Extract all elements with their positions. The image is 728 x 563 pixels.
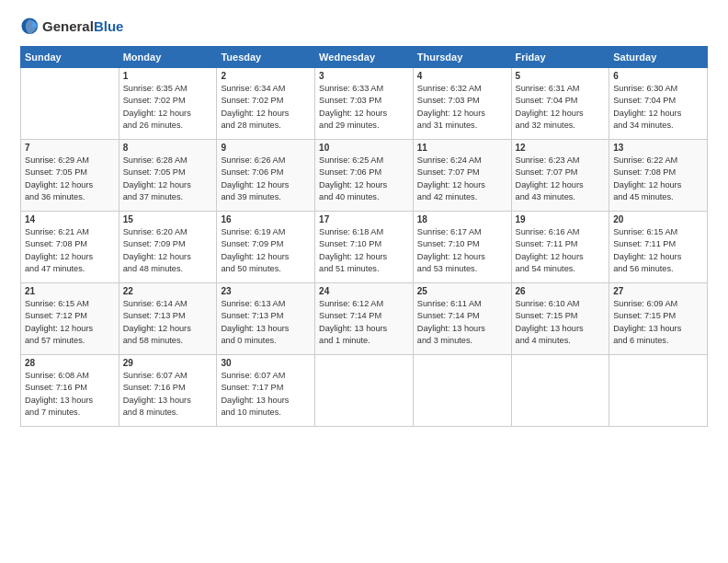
week-row-4: 21Sunrise: 6:15 AMSunset: 7:12 PMDayligh… <box>21 283 708 355</box>
day-cell: 22Sunrise: 6:14 AMSunset: 7:13 PMDayligh… <box>119 283 217 355</box>
day-cell <box>315 355 414 427</box>
day-cell: 15Sunrise: 6:20 AMSunset: 7:09 PMDayligh… <box>119 212 217 283</box>
day-number: 20 <box>613 214 703 224</box>
day-cell: 9Sunrise: 6:26 AMSunset: 7:06 PMDaylight… <box>217 140 315 212</box>
day-info: Sunrise: 6:22 AMSunset: 7:08 PMDaylight:… <box>613 155 703 203</box>
column-headers: SundayMondayTuesdayWednesdayThursdayFrid… <box>21 47 708 68</box>
day-cell: 30Sunrise: 6:07 AMSunset: 7:17 PMDayligh… <box>217 355 315 427</box>
page-header: GeneralBlue <box>20 17 708 37</box>
day-number: 24 <box>319 286 409 296</box>
col-header-monday: Monday <box>119 47 217 68</box>
day-cell: 28Sunrise: 6:08 AMSunset: 7:16 PMDayligh… <box>21 355 119 427</box>
day-number: 21 <box>25 286 115 296</box>
day-number: 17 <box>319 214 409 224</box>
day-number: 11 <box>417 143 507 153</box>
day-info: Sunrise: 6:29 AMSunset: 7:05 PMDaylight:… <box>25 155 115 203</box>
day-number: 14 <box>25 214 115 224</box>
day-number: 4 <box>417 71 507 81</box>
day-info: Sunrise: 6:15 AMSunset: 7:12 PMDaylight:… <box>25 298 115 347</box>
day-number: 9 <box>221 143 311 153</box>
day-cell <box>413 355 511 427</box>
day-info: Sunrise: 6:09 AMSunset: 7:15 PMDaylight:… <box>613 298 703 347</box>
week-row-2: 7Sunrise: 6:29 AMSunset: 7:05 PMDaylight… <box>21 140 708 212</box>
day-number: 27 <box>613 286 703 296</box>
day-number: 7 <box>25 143 115 153</box>
day-info: Sunrise: 6:15 AMSunset: 7:11 PMDaylight:… <box>613 226 703 275</box>
col-header-friday: Friday <box>511 47 609 68</box>
day-number: 29 <box>123 358 213 368</box>
day-cell: 18Sunrise: 6:17 AMSunset: 7:10 PMDayligh… <box>413 212 511 283</box>
day-cell <box>511 355 609 427</box>
day-cell: 14Sunrise: 6:21 AMSunset: 7:08 PMDayligh… <box>21 212 119 283</box>
day-cell: 5Sunrise: 6:31 AMSunset: 7:04 PMDaylight… <box>511 68 609 140</box>
day-info: Sunrise: 6:23 AMSunset: 7:07 PMDaylight:… <box>516 155 606 203</box>
day-info: Sunrise: 6:11 AMSunset: 7:14 PMDaylight:… <box>417 298 507 347</box>
day-cell: 1Sunrise: 6:35 AMSunset: 7:02 PMDaylight… <box>119 68 217 140</box>
day-info: Sunrise: 6:16 AMSunset: 7:11 PMDaylight:… <box>516 226 606 275</box>
day-number: 5 <box>516 71 606 81</box>
day-info: Sunrise: 6:14 AMSunset: 7:13 PMDaylight:… <box>123 298 213 347</box>
day-info: Sunrise: 6:07 AMSunset: 7:17 PMDaylight:… <box>221 370 311 419</box>
day-info: Sunrise: 6:13 AMSunset: 7:13 PMDaylight:… <box>221 298 311 347</box>
day-info: Sunrise: 6:12 AMSunset: 7:14 PMDaylight:… <box>319 298 409 347</box>
day-number: 10 <box>319 143 409 153</box>
week-row-5: 28Sunrise: 6:08 AMSunset: 7:16 PMDayligh… <box>21 355 708 427</box>
col-header-sunday: Sunday <box>21 47 119 68</box>
col-header-saturday: Saturday <box>609 47 708 68</box>
calendar-table: SundayMondayTuesdayWednesdayThursdayFrid… <box>20 46 708 427</box>
day-number: 1 <box>123 71 213 81</box>
day-info: Sunrise: 6:28 AMSunset: 7:05 PMDaylight:… <box>123 155 213 203</box>
day-cell: 23Sunrise: 6:13 AMSunset: 7:13 PMDayligh… <box>217 283 315 355</box>
day-info: Sunrise: 6:35 AMSunset: 7:02 PMDaylight:… <box>123 83 213 132</box>
day-number: 23 <box>221 286 311 296</box>
day-info: Sunrise: 6:20 AMSunset: 7:09 PMDaylight:… <box>123 226 213 275</box>
day-cell: 26Sunrise: 6:10 AMSunset: 7:15 PMDayligh… <box>511 283 609 355</box>
day-number: 6 <box>613 71 703 81</box>
day-number: 25 <box>417 286 507 296</box>
day-cell: 12Sunrise: 6:23 AMSunset: 7:07 PMDayligh… <box>511 140 609 212</box>
day-info: Sunrise: 6:21 AMSunset: 7:08 PMDaylight:… <box>25 226 115 275</box>
day-cell: 24Sunrise: 6:12 AMSunset: 7:14 PMDayligh… <box>315 283 414 355</box>
day-cell: 4Sunrise: 6:32 AMSunset: 7:03 PMDaylight… <box>413 68 511 140</box>
day-info: Sunrise: 6:26 AMSunset: 7:06 PMDaylight:… <box>221 155 311 203</box>
day-info: Sunrise: 6:10 AMSunset: 7:15 PMDaylight:… <box>516 298 606 347</box>
day-cell: 16Sunrise: 6:19 AMSunset: 7:09 PMDayligh… <box>217 212 315 283</box>
day-cell: 27Sunrise: 6:09 AMSunset: 7:15 PMDayligh… <box>609 283 708 355</box>
day-number: 18 <box>417 214 507 224</box>
col-header-thursday: Thursday <box>413 47 511 68</box>
day-cell <box>21 68 119 140</box>
day-number: 22 <box>123 286 213 296</box>
day-info: Sunrise: 6:32 AMSunset: 7:03 PMDaylight:… <box>417 83 507 132</box>
day-cell: 21Sunrise: 6:15 AMSunset: 7:12 PMDayligh… <box>21 283 119 355</box>
day-cell: 11Sunrise: 6:24 AMSunset: 7:07 PMDayligh… <box>413 140 511 212</box>
day-number: 28 <box>25 358 115 368</box>
day-cell: 29Sunrise: 6:07 AMSunset: 7:16 PMDayligh… <box>119 355 217 427</box>
day-cell: 13Sunrise: 6:22 AMSunset: 7:08 PMDayligh… <box>609 140 708 212</box>
day-info: Sunrise: 6:07 AMSunset: 7:16 PMDaylight:… <box>123 370 213 419</box>
day-info: Sunrise: 6:17 AMSunset: 7:10 PMDaylight:… <box>417 226 507 275</box>
day-info: Sunrise: 6:08 AMSunset: 7:16 PMDaylight:… <box>25 370 115 419</box>
day-number: 19 <box>516 214 606 224</box>
day-info: Sunrise: 6:18 AMSunset: 7:10 PMDaylight:… <box>319 226 409 275</box>
day-info: Sunrise: 6:31 AMSunset: 7:04 PMDaylight:… <box>516 83 606 132</box>
day-cell: 20Sunrise: 6:15 AMSunset: 7:11 PMDayligh… <box>609 212 708 283</box>
day-info: Sunrise: 6:25 AMSunset: 7:06 PMDaylight:… <box>319 155 409 203</box>
day-cell: 8Sunrise: 6:28 AMSunset: 7:05 PMDaylight… <box>119 140 217 212</box>
day-cell: 3Sunrise: 6:33 AMSunset: 7:03 PMDaylight… <box>315 68 414 140</box>
day-cell: 17Sunrise: 6:18 AMSunset: 7:10 PMDayligh… <box>315 212 414 283</box>
logo-general: General <box>42 18 94 34</box>
col-header-wednesday: Wednesday <box>315 47 414 68</box>
day-info: Sunrise: 6:33 AMSunset: 7:03 PMDaylight:… <box>319 83 409 132</box>
day-cell: 6Sunrise: 6:30 AMSunset: 7:04 PMDaylight… <box>609 68 708 140</box>
day-number: 12 <box>516 143 606 153</box>
day-cell: 10Sunrise: 6:25 AMSunset: 7:06 PMDayligh… <box>315 140 414 212</box>
day-number: 26 <box>516 286 606 296</box>
day-cell: 25Sunrise: 6:11 AMSunset: 7:14 PMDayligh… <box>413 283 511 355</box>
day-number: 13 <box>613 143 703 153</box>
week-row-1: 1Sunrise: 6:35 AMSunset: 7:02 PMDaylight… <box>21 68 708 140</box>
day-number: 3 <box>319 71 409 81</box>
day-info: Sunrise: 6:30 AMSunset: 7:04 PMDaylight:… <box>613 83 703 132</box>
day-info: Sunrise: 6:34 AMSunset: 7:02 PMDaylight:… <box>221 83 311 132</box>
day-number: 2 <box>221 71 311 81</box>
logo: GeneralBlue <box>20 17 123 37</box>
